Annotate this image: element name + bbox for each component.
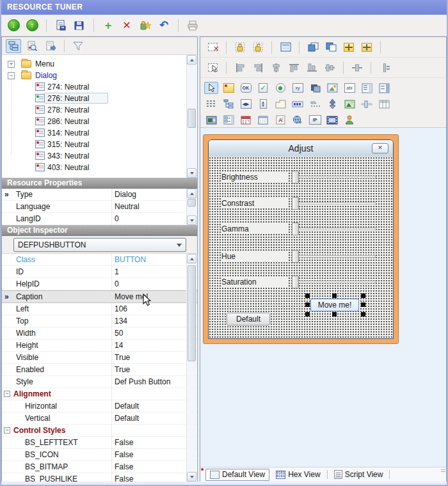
- text-xy-tool[interactable]: xy: [291, 82, 305, 94]
- tab-script-view[interactable]: Script View: [330, 469, 387, 481]
- preview-dialog[interactable]: Adjust ✕ Brightness Constrast Gamma Hue: [208, 139, 394, 339]
- property-row[interactable]: LangID 0: [2, 213, 197, 225]
- tree-item-selected[interactable]: 276: Neutral: [2, 93, 197, 104]
- selection-handle-ne[interactable]: [361, 294, 365, 298]
- tree-item[interactable]: 314: Neutral: [2, 127, 197, 139]
- radio-button-tool[interactable]: [273, 82, 287, 94]
- hotkey-tool[interactable]: [308, 98, 322, 110]
- slider-label[interactable]: Constrast: [221, 198, 289, 208]
- slider-track[interactable]: [294, 255, 376, 258]
- properties-scrollbar[interactable]: [186, 189, 196, 225]
- property-value[interactable]: BUTTON: [115, 254, 146, 265]
- dialog-designer-frame[interactable]: Adjust ✕ Brightness Constrast Gamma Hue: [203, 134, 399, 344]
- select-mode-button[interactable]: [205, 61, 220, 75]
- property-value[interactable]: False: [115, 461, 133, 473]
- tree-item-label[interactable]: 274: Neutral: [47, 81, 89, 93]
- tree-view-tool[interactable]: [221, 98, 236, 110]
- animation-tool[interactable]: [204, 114, 218, 126]
- align-middles-button[interactable]: [323, 61, 337, 75]
- progress-bar-tool[interactable]: [291, 98, 305, 110]
- scroll-up-arrow[interactable]: [187, 189, 196, 198]
- property-value[interactable]: False: [115, 437, 133, 448]
- property-row[interactable]: HelpID 0: [2, 278, 197, 290]
- month-calendar-tool[interactable]: [256, 114, 270, 126]
- slider-thumb[interactable]: [292, 250, 299, 263]
- property-row[interactable]: BS_ICON False: [2, 449, 197, 461]
- go-up-button[interactable]: ↑: [25, 19, 39, 33]
- preview-dialog-titlebar[interactable]: Adjust ✕: [209, 140, 393, 157]
- property-value[interactable]: 14: [115, 340, 123, 351]
- align-rights-button[interactable]: [251, 61, 265, 75]
- scroll-thumb[interactable]: [188, 265, 196, 361]
- selection-handle-w[interactable]: [305, 302, 310, 307]
- expand-icon[interactable]: +: [8, 61, 15, 68]
- tree-scrollbar[interactable]: [186, 55, 196, 178]
- header-control-tool[interactable]: [377, 98, 391, 110]
- designer-surface[interactable]: Adjust ✕ Brightness Constrast Gamma Hue: [200, 128, 446, 467]
- property-value[interactable]: Default: [115, 412, 139, 424]
- listbox-tool[interactable]: [360, 82, 374, 94]
- tab-default-view[interactable]: Default View: [205, 469, 269, 481]
- property-row[interactable]: BS_LEFTTEXT False: [2, 437, 197, 449]
- picture-control-tool[interactable]: [342, 98, 356, 110]
- custom-control-tool[interactable]: [325, 114, 339, 126]
- bring-to-front-button[interactable]: [306, 40, 320, 54]
- save-button[interactable]: [72, 19, 86, 33]
- property-row[interactable]: Language Neutral: [2, 201, 197, 213]
- collapse-section-icon[interactable]: −: [4, 427, 10, 434]
- tree-item-label[interactable]: 286: Neutral: [47, 116, 89, 127]
- move-me-button[interactable]: Move me!: [310, 299, 359, 311]
- property-value[interactable]: Default: [115, 400, 139, 412]
- tree-item-label[interactable]: 403: Neutral: [47, 162, 89, 173]
- group-layer-tool[interactable]: [308, 82, 322, 94]
- property-row[interactable]: Width 50: [2, 327, 197, 340]
- property-row[interactable]: Hirizontal Default: [2, 400, 197, 412]
- control-selector-combobox[interactable]: DEFPUSHBUTTON: [13, 238, 186, 252]
- property-row[interactable]: Visible True: [2, 352, 197, 364]
- align-tops-button[interactable]: [287, 61, 301, 75]
- undo-button[interactable]: ↶: [157, 19, 171, 33]
- property-value[interactable]: 0: [115, 278, 119, 290]
- property-value[interactable]: 106: [115, 303, 127, 315]
- export-button[interactable]: [43, 39, 58, 53]
- selection-handle-se[interactable]: [361, 312, 365, 317]
- property-value[interactable]: 50: [115, 327, 123, 339]
- user-control-tool[interactable]: [342, 114, 356, 126]
- slider-thumb[interactable]: [292, 223, 299, 235]
- add-resource-button[interactable]: +: [101, 19, 115, 33]
- tree-item-label[interactable]: Menu: [35, 58, 54, 70]
- go-down-button[interactable]: ↓: [6, 19, 20, 33]
- combobox-tool[interactable]: [377, 82, 391, 94]
- link-control-tool[interactable]: [291, 114, 305, 126]
- property-value[interactable]: Move me!: [115, 291, 148, 302]
- rich-edit-tool[interactable]: A: [273, 114, 287, 126]
- property-row-selected[interactable]: Caption Move me!: [2, 290, 197, 303]
- tree-item[interactable]: 315: Neutral: [2, 139, 197, 150]
- edit-box-tool[interactable]: abi: [342, 82, 356, 94]
- property-row[interactable]: Type Dialog: [2, 189, 197, 201]
- spin-horizontal-tool[interactable]: ◀▶: [239, 98, 253, 110]
- scroll-thumb[interactable]: [188, 199, 196, 207]
- slider-track[interactable]: [294, 202, 376, 205]
- slider-track[interactable]: [294, 228, 376, 230]
- ok-button-tool[interactable]: OK: [239, 82, 253, 94]
- slider-track[interactable]: [294, 176, 376, 178]
- tab-hex-view[interactable]: 0101 0101 Hex View: [272, 469, 324, 481]
- slider-label[interactable]: Saturation: [221, 277, 289, 287]
- slider-thumb[interactable]: [292, 276, 299, 288]
- delete-control-button[interactable]: ✕: [205, 40, 220, 54]
- scroll-thumb[interactable]: [188, 109, 196, 128]
- default-button[interactable]: Default: [227, 313, 270, 325]
- spin-vertical-tool[interactable]: ▲▼: [256, 98, 270, 110]
- property-row[interactable]: Enabled True: [2, 364, 197, 376]
- checklist-tool[interactable]: [221, 114, 236, 126]
- tree-item-dialog[interactable]: − Dialog: [2, 70, 197, 81]
- ip-address-tool[interactable]: IP: [308, 114, 322, 126]
- scroll-up-arrow[interactable]: [187, 55, 196, 65]
- slider-label[interactable]: Brightness: [221, 172, 289, 182]
- selection-handle-nw[interactable]: [305, 294, 310, 298]
- property-value[interactable]: Def Push Button: [115, 376, 170, 388]
- slider-label[interactable]: Gamma: [221, 224, 289, 234]
- tree-item-label[interactable]: Dialog: [35, 70, 57, 81]
- image-tool[interactable]: [325, 82, 339, 94]
